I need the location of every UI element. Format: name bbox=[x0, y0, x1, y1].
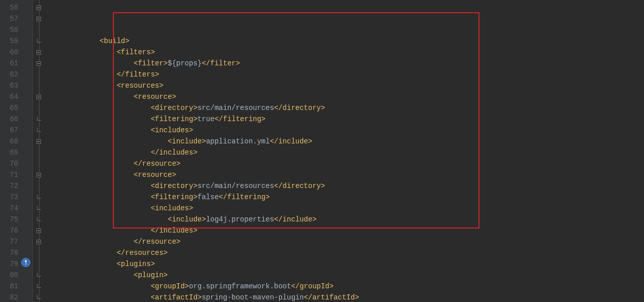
fold-row[interactable] bbox=[33, 203, 45, 214]
code-line[interactable]: <resources> bbox=[45, 80, 644, 91]
fold-row[interactable] bbox=[33, 270, 45, 281]
line-number: 81 bbox=[0, 281, 18, 292]
fold-row[interactable] bbox=[33, 136, 45, 147]
xml-tag: <include> bbox=[168, 215, 206, 223]
code-line[interactable]: <directory>src/main/resources</directory… bbox=[45, 180, 644, 192]
xml-tag: <resources> bbox=[116, 82, 163, 90]
fold-row[interactable] bbox=[33, 47, 45, 58]
xml-tag: <directory> bbox=[151, 182, 197, 190]
fold-end-icon bbox=[37, 128, 41, 132]
line-number: 57 bbox=[0, 13, 18, 24]
fold-row[interactable] bbox=[33, 247, 45, 258]
fold-row[interactable] bbox=[33, 58, 45, 69]
fold-row[interactable] bbox=[33, 214, 45, 225]
fold-toggle-icon[interactable] bbox=[36, 61, 41, 66]
fold-row[interactable] bbox=[33, 292, 45, 302]
code-line[interactable]: </resource> bbox=[45, 236, 644, 247]
code-line[interactable]: <artifactId>spring-boot-maven-plugin</ar… bbox=[45, 292, 644, 302]
line-number: 71 bbox=[0, 169, 18, 180]
code-line[interactable]: <resource> bbox=[45, 91, 644, 102]
xml-tag: </resources> bbox=[116, 249, 168, 257]
line-number: 67 bbox=[0, 125, 18, 136]
xml-tag: </filters> bbox=[116, 70, 159, 79]
code-line[interactable]: <filter>${props}</filter> bbox=[45, 58, 644, 69]
code-line[interactable]: </includes> bbox=[45, 225, 644, 236]
line-number: 62 bbox=[0, 69, 18, 80]
xml-tag: <filtering> bbox=[151, 193, 197, 201]
fold-row[interactable] bbox=[33, 80, 45, 91]
code-line[interactable]: <directory>src/main/resources</directory… bbox=[45, 102, 644, 114]
code-editor[interactable]: 5657585960616263646566676869707172737475… bbox=[0, 0, 644, 302]
fold-row[interactable] bbox=[33, 125, 45, 136]
fold-row[interactable] bbox=[33, 225, 45, 236]
code-line[interactable]: <build> bbox=[45, 35, 644, 47]
fold-end-icon bbox=[37, 195, 41, 199]
fold-gutter[interactable] bbox=[32, 0, 45, 302]
code-line[interactable]: </filters> bbox=[45, 69, 644, 80]
fold-row[interactable] bbox=[33, 258, 45, 270]
code-line[interactable]: <filtering>false</filtering> bbox=[45, 192, 644, 203]
code-area[interactable]: <build> <filters> <filter>${props}</filt… bbox=[45, 0, 644, 302]
fold-row[interactable] bbox=[33, 114, 45, 125]
fold-end-icon bbox=[37, 117, 41, 121]
line-number: 75 bbox=[0, 214, 18, 225]
fold-row[interactable] bbox=[33, 169, 45, 180]
code-line[interactable]: <filters> bbox=[45, 47, 644, 58]
fold-row[interactable] bbox=[33, 180, 45, 192]
xml-tag: <plugins> bbox=[116, 260, 155, 268]
fold-row[interactable] bbox=[33, 2, 45, 13]
xml-tag: </include> bbox=[274, 215, 316, 223]
fold-toggle-icon[interactable] bbox=[36, 173, 41, 177]
fold-toggle-icon[interactable] bbox=[36, 6, 41, 10]
fold-row[interactable] bbox=[33, 236, 45, 247]
xml-tag: </includes> bbox=[151, 226, 197, 235]
xml-text: log4j.properties bbox=[206, 215, 274, 223]
xml-tag: <directory> bbox=[151, 104, 197, 112]
code-line[interactable]: </includes> bbox=[45, 147, 644, 158]
fold-toggle-icon[interactable] bbox=[36, 50, 41, 55]
xml-tag: <includes> bbox=[151, 204, 193, 212]
fold-end-icon bbox=[37, 217, 41, 221]
code-line[interactable]: <groupId>org.springframework.boot</group… bbox=[45, 281, 644, 292]
fold-toggle-icon[interactable] bbox=[36, 139, 41, 144]
line-number: 82 bbox=[0, 292, 18, 302]
fold-row[interactable] bbox=[33, 35, 45, 47]
code-line[interactable]: <plugins> bbox=[45, 258, 644, 270]
svg-point-0 bbox=[25, 263, 26, 265]
xml-text: spring-boot-maven-plugin bbox=[202, 293, 304, 301]
fold-row[interactable] bbox=[33, 13, 45, 24]
fold-row[interactable] bbox=[33, 24, 45, 35]
xml-tag: </directory> bbox=[274, 182, 325, 190]
code-line[interactable]: <include>log4j.properties</include> bbox=[45, 214, 644, 225]
fold-row[interactable] bbox=[33, 69, 45, 80]
xml-tag: <groupId> bbox=[151, 282, 189, 290]
xml-text: application.yml bbox=[206, 137, 270, 145]
code-line[interactable]: <includes> bbox=[45, 203, 644, 214]
line-number: 63 bbox=[0, 80, 18, 91]
line-number: 76 bbox=[0, 225, 18, 236]
xml-tag: </include> bbox=[270, 137, 312, 145]
code-line[interactable]: <filtering>true</filtering> bbox=[45, 114, 644, 125]
fold-row[interactable] bbox=[33, 192, 45, 203]
fold-toggle-icon[interactable] bbox=[36, 95, 41, 99]
fold-row[interactable] bbox=[33, 158, 45, 169]
fold-toggle-icon[interactable] bbox=[36, 17, 41, 21]
fold-row[interactable] bbox=[33, 91, 45, 102]
fold-row[interactable] bbox=[33, 102, 45, 114]
xml-tag: <filtering> bbox=[151, 115, 197, 123]
fold-end-icon bbox=[37, 273, 41, 277]
code-line[interactable]: </resources> bbox=[45, 247, 644, 258]
code-line[interactable]: <include>application.yml</include> bbox=[45, 136, 644, 147]
code-line[interactable]: <includes> bbox=[45, 125, 644, 136]
code-line[interactable]: <plugin> bbox=[45, 270, 644, 281]
xml-tag: <filters> bbox=[116, 48, 155, 56]
fold-row[interactable] bbox=[33, 147, 45, 158]
fold-row[interactable] bbox=[33, 281, 45, 292]
fold-toggle-icon[interactable] bbox=[36, 240, 41, 244]
code-line[interactable]: </resource> bbox=[45, 158, 644, 169]
run-gutter-icon[interactable] bbox=[21, 258, 30, 267]
fold-toggle-icon[interactable] bbox=[36, 229, 41, 233]
line-number: 58 bbox=[0, 24, 18, 35]
code-line[interactable]: <resource> bbox=[45, 169, 644, 180]
line-number: 70 bbox=[0, 158, 18, 169]
